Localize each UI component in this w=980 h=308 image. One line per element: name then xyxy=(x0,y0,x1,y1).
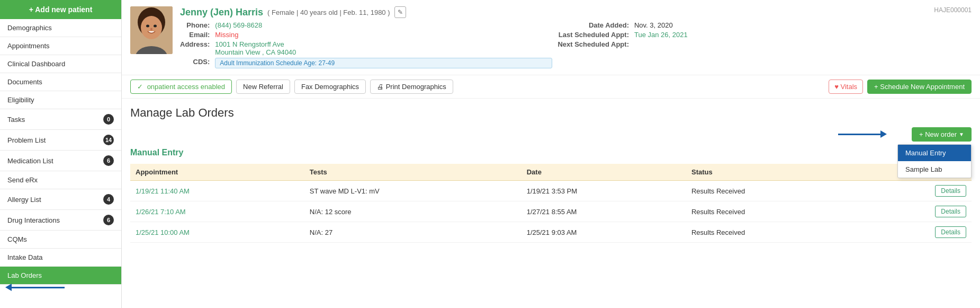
sidebar-label-intake-data: Intake Data xyxy=(7,253,43,261)
row-appointment-0[interactable]: 1/19/21 11:40 AM xyxy=(130,181,304,201)
arrow-annotation xyxy=(838,130,887,138)
badge-allergy-list: 4 xyxy=(103,194,114,205)
sidebar-item-problem-list[interactable]: Problem List14 xyxy=(0,130,121,151)
patient-details: Phone: (844) 569-8628 Date Added: Nov. 3… xyxy=(180,21,972,68)
vitals-button[interactable]: ♥ Vitals xyxy=(829,80,863,94)
sidebar-item-cqms[interactable]: CQMs xyxy=(0,231,121,249)
table-row: 1/26/21 7:10 AMN/A: 12 score1/27/21 8:55… xyxy=(130,201,972,222)
row-date-1: 1/27/21 8:55 AM xyxy=(522,201,686,222)
details-button-2[interactable]: Details xyxy=(935,226,966,238)
sidebar-item-appointments[interactable]: Appointments xyxy=(0,37,121,55)
print-label: Print Demographics xyxy=(386,83,446,91)
svg-point-2 xyxy=(141,16,162,39)
row-tests-0: ST wave MD L-V1: mV xyxy=(304,181,522,201)
table-body: 1/19/21 11:40 AMST wave MD L-V1: mV1/19/… xyxy=(130,181,972,243)
sidebar-item-demographics[interactable]: Demographics xyxy=(0,19,121,37)
row-actions-0: Details xyxy=(859,181,972,201)
sidebar-label-send-erx: Send eRx xyxy=(7,176,38,184)
row-actions-1: Details xyxy=(859,201,972,222)
patient-last-appt[interactable]: Tue Jan 26, 2021 xyxy=(634,31,972,39)
new-order-dropdown: Manual EntrySample Lab xyxy=(897,144,972,178)
new-order-button[interactable]: + New order ▼ xyxy=(912,127,972,142)
row-appointment-2[interactable]: 1/25/21 10:00 AM xyxy=(130,222,304,243)
table-header-row: AppointmentTestsDateStatus xyxy=(130,164,972,181)
sidebar-item-eligibility[interactable]: Eligibility xyxy=(0,91,121,109)
last-appt-label: Last Scheduled Appt: xyxy=(558,31,629,39)
page-title: Manage Lab Orders xyxy=(130,106,972,120)
details-button-1[interactable]: Details xyxy=(935,206,966,217)
sidebar-item-send-erx[interactable]: Send eRx xyxy=(0,171,121,189)
patient-date-added: Nov. 3, 2020 xyxy=(634,21,972,29)
sidebar-arrow-annotation xyxy=(0,284,121,291)
row-appointment-1[interactable]: 1/26/21 7:10 AM xyxy=(130,201,304,222)
lab-orders-table: AppointmentTestsDateStatus 1/19/21 11:40… xyxy=(130,164,972,243)
sidebar-item-drug-interactions[interactable]: Drug Interactions6 xyxy=(0,210,121,231)
main-content: Jenny (Jen) Harris ( Female | 40 years o… xyxy=(122,0,980,308)
svg-point-3 xyxy=(146,25,149,28)
print-demographics-button[interactable]: 🖨 Print Demographics xyxy=(370,80,453,94)
new-referral-button[interactable]: New Referral xyxy=(236,80,290,94)
details-button-0[interactable]: Details xyxy=(935,185,966,197)
lab-header: + New order ▼ Manual EntrySample Lab xyxy=(130,127,972,142)
sidebar-label-eligibility: Eligibility xyxy=(7,96,34,104)
badge-tasks: 0 xyxy=(103,114,114,125)
sidebar-item-medication-list[interactable]: Medication List6 xyxy=(0,151,121,171)
printer-icon: 🖨 xyxy=(377,83,384,91)
arrow-line xyxy=(838,134,880,135)
email-label: Email: xyxy=(180,31,210,39)
dropdown-item-manual-entry[interactable]: Manual Entry xyxy=(898,145,971,161)
new-order-container: + New order ▼ Manual EntrySample Lab xyxy=(912,127,972,142)
sidebar-item-allergy-list[interactable]: Allergy List4 xyxy=(0,189,121,210)
sidebar-label-demographics: Demographics xyxy=(7,24,52,32)
fax-demographics-button[interactable]: Fax Demographics xyxy=(294,80,366,94)
dropdown-arrow-icon: ▼ xyxy=(959,131,964,137)
table-header: AppointmentTestsDateStatus xyxy=(130,164,972,181)
table-row: 1/25/21 10:00 AMN/A: 271/25/21 9:03 AMRe… xyxy=(130,222,972,243)
svg-point-5 xyxy=(150,28,152,31)
row-status-0: Results Received xyxy=(686,181,859,201)
row-date-0: 1/19/21 3:53 PM xyxy=(522,181,686,201)
patient-name-row: Jenny (Jen) Harris ( Female | 40 years o… xyxy=(180,6,972,18)
patient-phone[interactable]: (844) 569-8628 xyxy=(215,21,552,29)
sidebar-item-lab-orders[interactable]: Lab Orders xyxy=(0,267,121,285)
schedule-appointment-button[interactable]: + Schedule New Appointment xyxy=(867,80,972,94)
section-title-row: Manual Entry Filter xyxy=(130,147,972,159)
row-tests-2: N/A: 27 xyxy=(304,222,522,243)
sidebar-label-tasks: Tasks xyxy=(7,116,25,124)
badge-medication-list: 6 xyxy=(103,155,114,166)
onpatient-label: onpatient access enabled xyxy=(147,83,225,91)
table-col-1: Tests xyxy=(304,164,522,181)
edit-patient-button[interactable]: ✎ xyxy=(394,6,406,18)
patient-email: Missing xyxy=(215,31,552,39)
address-line2[interactable]: Mountain View , CA 94040 xyxy=(215,48,552,56)
sidebar-item-tasks[interactable]: Tasks0 xyxy=(0,109,121,130)
patient-header: Jenny (Jen) Harris ( Female | 40 years o… xyxy=(122,0,980,75)
row-tests-1: N/A: 12 score xyxy=(304,201,522,222)
action-bar-right: ♥ Vitals + Schedule New Appointment xyxy=(829,80,972,94)
patient-info: Jenny (Jen) Harris ( Female | 40 years o… xyxy=(180,6,972,68)
onpatient-access-button[interactable]: ✓ onpatient access enabled xyxy=(130,80,232,94)
sidebar-label-drug-interactions: Drug Interactions xyxy=(7,216,60,224)
dropdown-item-sample-lab[interactable]: Sample Lab xyxy=(898,161,971,178)
table-col-0: Appointment xyxy=(130,164,304,181)
patient-name: Jenny (Jen) Harris xyxy=(180,7,263,18)
sidebar-label-clinical-dashboard: Clinical Dashboard xyxy=(7,60,65,68)
sidebar-item-clinical-dashboard[interactable]: Clinical Dashboard xyxy=(0,55,121,73)
badge-problem-list: 14 xyxy=(103,135,114,145)
address-label: Address: xyxy=(180,40,210,56)
patient-address: 1001 N Rengstorff Ave Mountain View , CA… xyxy=(215,40,552,56)
address-line1[interactable]: 1001 N Rengstorff Ave xyxy=(215,40,552,48)
patient-next-appt xyxy=(634,40,972,56)
sidebar-item-intake-data[interactable]: Intake Data xyxy=(0,249,121,267)
phone-label: Phone: xyxy=(180,21,210,29)
table-col-3: Status xyxy=(686,164,859,181)
section-title: Manual Entry xyxy=(130,148,183,157)
sidebar: + Add new patient DemographicsAppointmen… xyxy=(0,0,122,308)
sidebar-label-problem-list: Problem List xyxy=(7,136,46,144)
sidebar-arrow-line xyxy=(12,287,65,288)
add-patient-button[interactable]: + Add new patient xyxy=(0,0,121,19)
sidebar-items-container: DemographicsAppointmentsClinical Dashboa… xyxy=(0,19,121,291)
row-actions-2: Details xyxy=(859,222,972,243)
cds-tag[interactable]: Adult Immunization Schedule Age: 27-49 xyxy=(215,58,552,68)
sidebar-item-documents[interactable]: Documents xyxy=(0,73,121,91)
